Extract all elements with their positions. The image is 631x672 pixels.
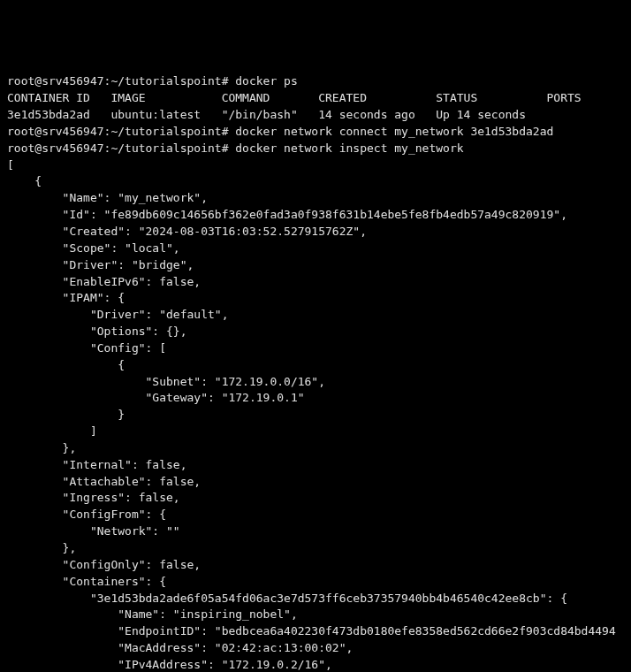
terminal-line: "IPAM": { (7, 290, 624, 307)
terminal-line: { (7, 173, 624, 190)
terminal-line: "Containers": { (7, 574, 624, 591)
terminal-line: root@srv456947:~/tutorialspoint# docker … (7, 73, 624, 90)
terminal-line: "Internal": false, (7, 457, 624, 474)
terminal-line: "EnableIPv6": false, (7, 274, 624, 291)
terminal-line: "Driver": "default", (7, 307, 624, 324)
terminal-line: }, (7, 540, 624, 557)
terminal-line: "Name": "inspiring_nobel", (7, 607, 624, 623)
terminal-line: "Network": "" (7, 523, 624, 540)
terminal-output: root@srv456947:~/tutorialspoint# docker … (7, 73, 624, 672)
terminal-line: "IPv4Address": "172.19.0.2/16", (7, 657, 624, 672)
terminal-line: ] (7, 424, 624, 440)
terminal-line: CONTAINER ID IMAGE COMMAND CREATED STATU… (7, 90, 624, 107)
terminal-line: [ (7, 157, 624, 174)
terminal-line: root@srv456947:~/tutorialspoint# docker … (7, 141, 624, 157)
terminal-line: "Driver": "bridge", (7, 257, 624, 274)
terminal-line: "Config": [ (7, 340, 624, 357)
terminal-line: "Created": "2024-08-03T16:03:52.52791576… (7, 224, 624, 241)
terminal-line: "ConfigFrom": { (7, 507, 624, 523)
terminal-line: "Name": "my_network", (7, 190, 624, 207)
terminal-line: "3e1d53bda2ade6f05a54fd06ac3e7d573ff6ceb… (7, 591, 624, 607)
terminal-line: "Attachable": false, (7, 474, 624, 491)
terminal-line: "Options": {}, (7, 324, 624, 340)
terminal-line: { (7, 357, 624, 374)
terminal-line: "Scope": "local", (7, 241, 624, 257)
terminal-line: 3e1d53bda2ad ubuntu:latest "/bin/bash" 1… (7, 107, 624, 124)
terminal-line: } (7, 407, 624, 424)
terminal-line: "MacAddress": "02:42:ac:13:00:02", (7, 640, 624, 657)
terminal-line: "Gateway": "172.19.0.1" (7, 390, 624, 407)
terminal-line: "Ingress": false, (7, 490, 624, 507)
terminal-line: "Subnet": "172.19.0.0/16", (7, 374, 624, 391)
terminal-line: }, (7, 440, 624, 457)
terminal-line: "EndpointID": "bedbcea6a402230f473db0180… (7, 623, 624, 640)
terminal-line: "ConfigOnly": false, (7, 557, 624, 574)
terminal-line: "Id": "fe89db609c14656bf362e0fad3a0f938f… (7, 207, 624, 224)
terminal-line: root@srv456947:~/tutorialspoint# docker … (7, 124, 624, 141)
